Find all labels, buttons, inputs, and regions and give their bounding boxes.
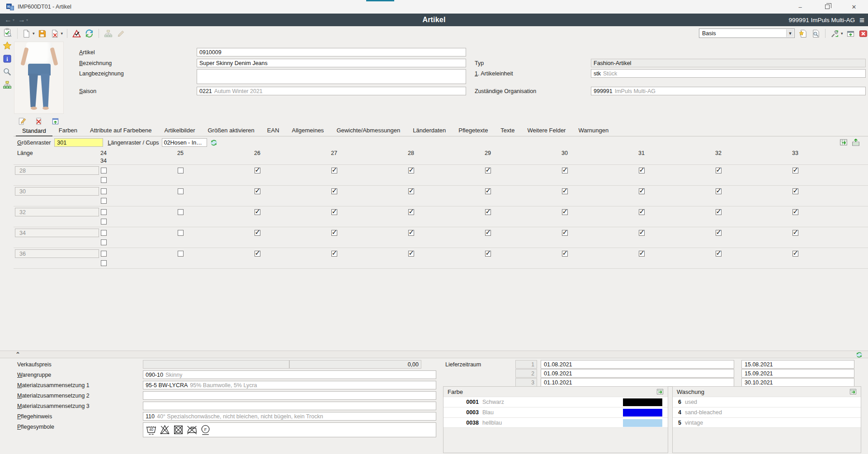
refresh-arrows-icon[interactable] <box>84 28 95 39</box>
tab-texte[interactable]: Texte <box>494 127 521 136</box>
tab-pflegetexte[interactable]: Pflegetexte <box>452 127 494 136</box>
tab-warnungen[interactable]: Warnungen <box>572 127 615 136</box>
chevron-down-icon[interactable]: ▾ <box>33 31 35 36</box>
tab-größen-aktivieren[interactable]: Größen aktivieren <box>201 127 260 136</box>
size-checkbox[interactable] <box>485 230 491 236</box>
size-checkbox[interactable] <box>255 209 260 215</box>
globe-refresh-icon[interactable] <box>210 139 217 146</box>
size-checkbox[interactable] <box>716 188 722 194</box>
validate-check-icon[interactable] <box>71 28 82 39</box>
size-checkbox[interactable] <box>485 168 491 173</box>
chevron-down-icon[interactable]: ▾ <box>61 31 63 36</box>
length-field[interactable]: 34 <box>15 229 99 237</box>
size-checkbox[interactable] <box>178 230 184 236</box>
chevron-down-icon[interactable]: ▾ <box>841 31 843 36</box>
size-checkbox[interactable] <box>639 168 645 173</box>
tab-ean[interactable]: EAN <box>261 127 286 136</box>
langbezeichnung-field[interactable] <box>197 69 466 84</box>
size-checkbox[interactable] <box>716 230 722 236</box>
size-checkbox[interactable] <box>562 230 568 236</box>
size-checkbox[interactable] <box>331 168 337 173</box>
laengenraster-field[interactable]: 02Hosen - In… <box>162 138 207 147</box>
export-table-icon[interactable] <box>849 388 857 395</box>
size-checkbox[interactable] <box>639 230 645 236</box>
size-checkbox[interactable] <box>331 230 337 236</box>
tab-farben[interactable]: Farben <box>52 127 84 136</box>
bezeichnung-field[interactable]: Super Skinny Denim Jeans <box>197 59 466 67</box>
minimize-button[interactable]: – <box>790 0 811 14</box>
size-checkbox[interactable] <box>331 188 337 194</box>
material2-field[interactable] <box>143 391 436 400</box>
size-checkbox[interactable] <box>331 251 337 257</box>
size-checkbox[interactable] <box>639 209 645 215</box>
chevron-down-icon[interactable]: ▼ <box>786 29 794 37</box>
page-magnifier-icon[interactable] <box>810 28 821 39</box>
size-checkbox[interactable] <box>716 168 722 173</box>
length-field[interactable]: 32 <box>15 208 99 216</box>
size-checkbox[interactable] <box>716 209 722 215</box>
exit-red-icon[interactable] <box>858 28 868 39</box>
export-table-icon[interactable] <box>656 388 664 395</box>
doc-new-icon[interactable] <box>21 28 32 39</box>
size-checkbox[interactable] <box>101 239 107 245</box>
size-checkbox[interactable] <box>178 251 184 257</box>
tab-gewichte-abmessungen[interactable]: Gewichte/Abmessungen <box>330 127 406 136</box>
size-checkbox[interactable] <box>639 188 645 194</box>
export-table-icon[interactable] <box>840 138 848 146</box>
size-checkbox[interactable] <box>178 168 184 173</box>
size-checkbox[interactable] <box>178 209 184 215</box>
color-row[interactable]: 0038hellblau <box>443 417 668 428</box>
size-checkbox[interactable] <box>408 188 414 194</box>
warengruppe-field[interactable]: 090-10Skinny <box>143 370 436 379</box>
size-checkbox[interactable] <box>101 209 107 215</box>
size-checkbox[interactable] <box>101 177 107 183</box>
size-checkbox[interactable] <box>562 168 568 173</box>
page-star-icon[interactable] <box>797 28 809 39</box>
maximize-button[interactable] <box>817 0 838 14</box>
size-checkbox[interactable] <box>331 209 337 215</box>
size-checkbox[interactable] <box>101 251 107 257</box>
close-button[interactable]: ✕ <box>844 0 864 14</box>
saison-field[interactable]: 0221Autum Winter 2021 <box>197 87 466 95</box>
size-checkbox[interactable] <box>101 230 107 236</box>
color-row[interactable]: 0003Blau <box>443 407 668 417</box>
size-checkbox[interactable] <box>408 230 414 236</box>
wash-row[interactable]: 4sand-bleached <box>673 407 861 417</box>
pflegehinweis-field[interactable]: 11040° Spezialschonwäsche, nicht bleiche… <box>143 412 436 421</box>
material3-field[interactable] <box>143 402 436 410</box>
sitemap-icon[interactable] <box>2 80 12 90</box>
tab-standard[interactable]: Standard <box>16 127 52 136</box>
period-to-field[interactable]: 30.10.2021 <box>741 378 854 387</box>
search-magnifier-icon[interactable] <box>2 67 12 77</box>
artikeleinheit-field[interactable]: stkStück <box>591 69 866 78</box>
size-checkbox[interactable] <box>793 188 798 194</box>
view-select[interactable]: Basis ▼ <box>699 28 795 38</box>
organisation-field[interactable]: 999991ImPuls Multi-AG <box>591 87 866 95</box>
table-up-icon[interactable] <box>852 138 860 146</box>
edit-pencil-doc-icon[interactable] <box>16 116 28 126</box>
window-restore-icon[interactable] <box>845 28 856 39</box>
doc-delete-icon[interactable] <box>49 28 61 39</box>
material1-field[interactable]: 95-5 BW-LYCRA95% Baumwolle, 5% Lycra <box>143 381 436 389</box>
size-checkbox[interactable] <box>793 251 798 257</box>
length-field[interactable]: 36 <box>15 249 99 258</box>
size-checkbox[interactable] <box>793 230 798 236</box>
color-row[interactable]: 0001Schwarz <box>443 397 668 407</box>
tab-allgemeines[interactable]: Allgemeines <box>286 127 330 136</box>
size-checkbox[interactable] <box>485 209 491 215</box>
size-checkbox[interactable] <box>562 188 568 194</box>
settings-wrench-icon[interactable] <box>829 28 840 39</box>
size-checkbox[interactable] <box>101 219 107 225</box>
period-from-field[interactable]: 01.08.2021 <box>541 360 734 369</box>
size-checkbox[interactable] <box>408 168 414 173</box>
sitemap-icon[interactable] <box>103 28 114 39</box>
size-checkbox[interactable] <box>255 168 260 173</box>
tab-länderdaten[interactable]: Länderdaten <box>406 127 452 136</box>
period-from-field[interactable]: 01.10.2021 <box>541 378 734 387</box>
size-checkbox[interactable] <box>101 260 107 266</box>
size-checkbox[interactable] <box>485 251 491 257</box>
size-checkbox[interactable] <box>485 188 491 194</box>
size-checkbox[interactable] <box>408 251 414 257</box>
favorite-star-icon[interactable] <box>2 41 12 51</box>
size-checkbox[interactable] <box>101 188 107 194</box>
